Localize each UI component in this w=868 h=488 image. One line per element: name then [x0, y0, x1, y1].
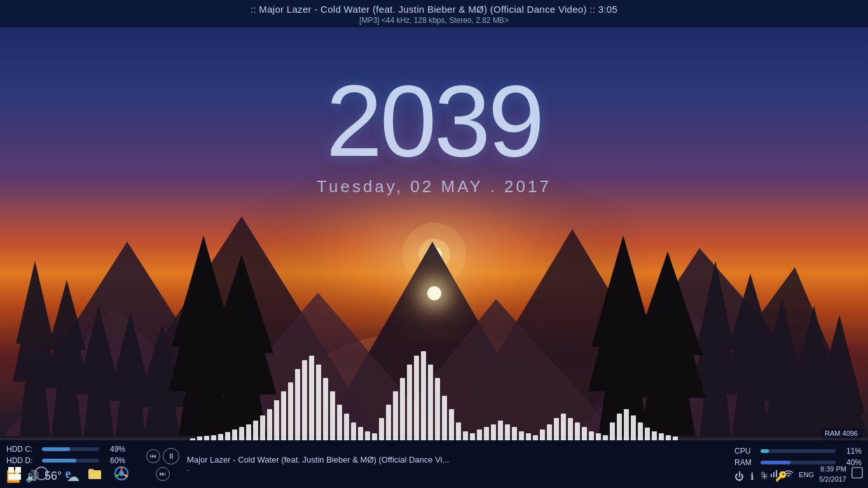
ram-bar: [761, 461, 836, 464]
visualizer-bar: [498, 421, 503, 440]
visualizer-bar: [386, 405, 391, 440]
visualizer-bar: [351, 422, 356, 440]
cpu-fill: [761, 449, 769, 453]
tray-lang[interactable]: ENG: [799, 471, 814, 478]
edge-button[interactable]: e: [57, 463, 79, 484]
visualizer-bar: [225, 432, 230, 440]
visualizer-bar: [295, 369, 300, 440]
svg-rect-58: [15, 474, 21, 480]
chrome-button[interactable]: [111, 463, 132, 484]
visualizer-bar: [659, 433, 664, 440]
svg-rect-57: [8, 474, 14, 480]
track-meta: [MP3] <44 kHz, 128 kbps, Stereo, 2.82 MB…: [0, 16, 868, 25]
visualizer-bar: [204, 436, 209, 440]
power-icon[interactable]: ⏻: [734, 471, 744, 482]
start-area: e: [4, 463, 132, 484]
visualizer-bar: [547, 424, 552, 440]
svg-rect-55: [8, 467, 14, 473]
visualizer-bar: [575, 422, 580, 440]
visualizer-bar: [344, 414, 349, 440]
tray-date: 5/2/2017: [819, 475, 846, 484]
visualizer-bar: [239, 427, 244, 440]
system-tray: ^ ENG 8:39 PM 5/2/2017: [761, 464, 863, 484]
cpu-bar: [761, 449, 836, 453]
hdd-c-pct: 49%: [103, 445, 125, 454]
visualizer-bar: [246, 424, 251, 440]
visualizer-bar: [379, 418, 384, 440]
search-circle-icon: [34, 466, 48, 480]
prev-button[interactable]: ⏮: [146, 449, 160, 463]
folder-button[interactable]: [84, 463, 106, 484]
tray-wifi-icon: [783, 470, 794, 479]
visualizer-bar: [218, 434, 223, 440]
clock-time: 2039: [317, 70, 551, 172]
svg-rect-67: [776, 470, 777, 477]
visualizer-bar: [330, 391, 335, 440]
visualizer-bar: [463, 431, 468, 440]
visualizer-bar: [400, 378, 405, 440]
ram-value-label: RAM 4096: [821, 428, 862, 438]
visualizer-bar: [477, 429, 482, 440]
svg-point-59: [35, 467, 48, 480]
svg-rect-56: [15, 467, 21, 473]
visualizer-bar: [589, 431, 594, 440]
sun: [427, 286, 441, 300]
next-button[interactable]: ⏭: [156, 467, 170, 481]
visualizer-bar: [274, 400, 279, 440]
visualizer-bar: [568, 418, 573, 440]
pause-button[interactable]: ⏸: [163, 448, 179, 464]
player-bottom-controls: ⏭: [156, 467, 170, 481]
search-button[interactable]: [31, 463, 52, 484]
visualizer-bar: [365, 431, 370, 440]
visualizer-bar: [414, 356, 419, 440]
hdd-c-fill: [42, 447, 70, 451]
cpu-pct: 11%: [839, 447, 862, 456]
visualizer-bar: [253, 421, 258, 440]
visualizer-bar: [407, 365, 412, 440]
ram-label: RAM: [734, 458, 757, 467]
visualizer-bar: [519, 431, 524, 440]
hdd-c-row: HDD C: 49%: [6, 445, 127, 454]
visualizer-bar: [533, 435, 538, 440]
hdd-c-label: HDD C:: [6, 445, 38, 454]
svg-point-68: [788, 477, 789, 477]
folder-icon: [88, 468, 102, 479]
cpu-row: CPU 11%: [734, 447, 862, 456]
visualizer-bar: [603, 435, 608, 440]
visualizer-bar: [631, 415, 636, 440]
chrome-icon: [114, 466, 128, 480]
visualizer-bar: [666, 435, 671, 440]
visualizer-bar: [288, 382, 293, 440]
visualizer-bar: [323, 378, 328, 440]
visualizer-bar: [456, 422, 461, 440]
visualizer-bar: [372, 433, 377, 440]
visualizer-bar: [582, 427, 587, 440]
visualizer-bar: [421, 351, 426, 440]
visualizer-bar: [302, 360, 307, 440]
start-button[interactable]: [4, 463, 25, 484]
visualizer-bar: [435, 378, 440, 440]
ram-fill: [761, 461, 790, 464]
hdd-d-fill: [42, 459, 76, 463]
visualizer-bar: [638, 422, 643, 440]
tray-time: 8:39 PM: [819, 464, 846, 474]
visualizer-bar: [337, 405, 342, 440]
info-icon[interactable]: ℹ: [750, 471, 754, 482]
visualizer-bar: [561, 414, 566, 440]
visualizer-bar: [449, 409, 454, 440]
visualizer-bar: [540, 429, 545, 440]
player-status: -: [187, 466, 715, 473]
notification-icon[interactable]: [851, 467, 863, 482]
visualizer-bar: [309, 356, 314, 440]
hdd-c-bar: [42, 447, 99, 451]
svg-rect-65: [771, 474, 772, 477]
visualizer-bar: [428, 365, 433, 440]
visualizer-bar: [491, 424, 496, 440]
audio-visualizer: [256, 338, 612, 440]
tray-chevron[interactable]: ^: [761, 470, 764, 479]
cpu-label: CPU: [734, 447, 757, 456]
player-info: Major Lazer - Cold Water (feat. Justin B…: [187, 455, 715, 473]
tray-clock[interactable]: 8:39 PM 5/2/2017: [819, 464, 846, 484]
visualizer-bar: [281, 391, 286, 440]
taskbar-center-panel: ⏮ ⏸ ⏭ Major Lazer - Cold Water (feat. Ju…: [134, 448, 728, 481]
